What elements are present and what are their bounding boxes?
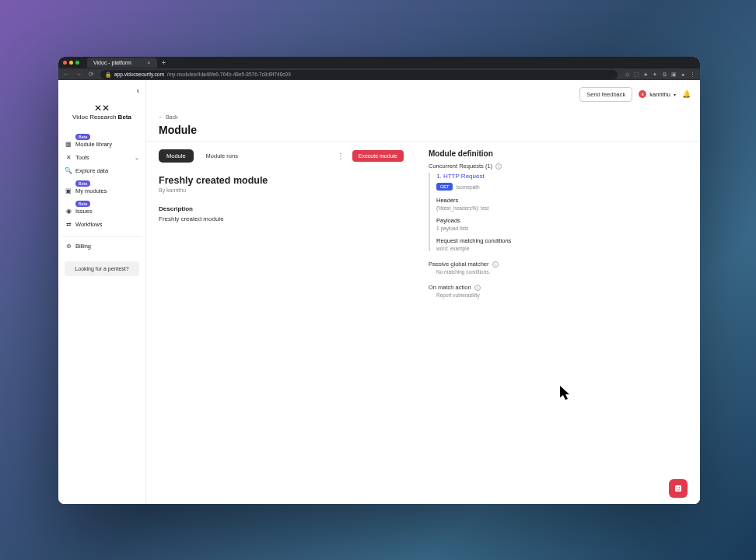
workflows-icon: ⇄ bbox=[65, 221, 72, 228]
url-path: /my-modules/4da46fe6-764b-48e5-8576-7c8d… bbox=[167, 72, 291, 77]
new-tab-button[interactable]: + bbox=[162, 58, 166, 67]
issues-icon: ◉ bbox=[65, 208, 72, 215]
on-match-action-value: Report vulnerability bbox=[436, 292, 688, 298]
pentest-card[interactable]: Looking for a pentest? bbox=[65, 261, 139, 276]
reload-icon[interactable]: ⟳ bbox=[88, 72, 94, 78]
breadcrumb: ← Back bbox=[146, 108, 700, 122]
profile-icon[interactable]: ● bbox=[680, 72, 686, 78]
description-label: Description bbox=[159, 205, 404, 212]
my-modules-icon: ▣ bbox=[65, 187, 72, 194]
browser-address-bar: ← → ⟳ 🔒 app.vidocsecurity.com /my-module… bbox=[58, 68, 700, 80]
user-menu[interactable]: k kannthu ▾ bbox=[639, 90, 676, 98]
lock-icon: 🔒 bbox=[105, 72, 111, 78]
sidebar-item-tools[interactable]: ✕ Tools ⌄ bbox=[61, 152, 142, 163]
module-byline: By kannthu bbox=[159, 187, 404, 193]
ext-icon[interactable]: ✦ bbox=[652, 72, 658, 78]
browser-tab[interactable]: Vidoc - platform × bbox=[87, 58, 157, 68]
payloads-label: Payloads bbox=[436, 217, 688, 224]
svg-rect-0 bbox=[675, 485, 681, 492]
svg-point-1 bbox=[677, 487, 678, 488]
avatar: k bbox=[639, 90, 646, 98]
beta-badge: Beta bbox=[75, 134, 90, 140]
info-icon[interactable]: i bbox=[495, 163, 502, 170]
ext-icon[interactable]: ⧉ bbox=[661, 72, 667, 78]
headers-label: Headers bbox=[436, 197, 688, 204]
sidebar-item-label: Tools bbox=[75, 154, 89, 161]
back-link[interactable]: ← Back bbox=[159, 114, 178, 120]
sidebar-item-module-library[interactable]: Beta ▦ Module library bbox=[61, 131, 142, 150]
execute-module-button[interactable]: Execute module bbox=[352, 150, 404, 162]
module-summary: Module Module runs ⋮ Execute module Fres… bbox=[146, 142, 416, 504]
sidebar: ‹ ✕✕ Vidoc Research Beta Beta ▦ Module l… bbox=[58, 80, 146, 504]
sidebar-item-my-modules[interactable]: Beta ▣ My modules bbox=[61, 178, 142, 197]
minimize-window-icon[interactable] bbox=[69, 61, 73, 65]
close-window-icon[interactable] bbox=[63, 61, 67, 65]
info-icon[interactable]: i bbox=[474, 285, 481, 291]
ext-icon[interactable]: ▣ bbox=[670, 72, 677, 78]
tab-module[interactable]: Module bbox=[159, 149, 194, 163]
app-window: Vidoc - platform × + ← → ⟳ 🔒 app.vidocse… bbox=[58, 57, 700, 504]
module-name: Freshly created module bbox=[159, 175, 404, 186]
search-icon: 🔍 bbox=[65, 167, 72, 174]
nav-list: Beta ▦ Module library ✕ Tools ⌄ 🔍 bbox=[61, 131, 142, 230]
window-controls[interactable] bbox=[63, 61, 79, 65]
chevron-down-icon: ▾ bbox=[674, 92, 676, 97]
menu-icon[interactable]: ⋮ bbox=[689, 72, 695, 78]
intercom-launcher[interactable] bbox=[669, 479, 688, 498]
sidebar-item-label: Explore data bbox=[75, 167, 108, 174]
sidebar-item-label: Workflows bbox=[75, 221, 102, 228]
http-request-title[interactable]: 1. HTTP Request bbox=[436, 173, 688, 180]
ext-icon[interactable]: ★ bbox=[642, 72, 649, 78]
main-area: Send feedback k kannthu ▾ 🔔 ← Back Modul… bbox=[146, 80, 700, 504]
maximize-window-icon[interactable] bbox=[75, 61, 79, 65]
payloads-value: 1 payload lists bbox=[436, 226, 688, 231]
concurrent-requests-label: Concurrent Requests (1) bbox=[429, 163, 492, 170]
forward-icon[interactable]: → bbox=[75, 72, 82, 78]
sidebar-item-workflows[interactable]: ⇄ Workflows bbox=[61, 219, 142, 230]
headers-value: {%test_headers%}: test bbox=[436, 205, 688, 211]
on-match-action-label: On match action bbox=[429, 284, 471, 291]
sidebar-item-label: My modules bbox=[75, 187, 107, 194]
intercom-icon bbox=[674, 484, 683, 493]
sidebar-item-label: Billing bbox=[75, 243, 91, 250]
tabs-row: Module Module runs ⋮ Execute module bbox=[159, 149, 404, 163]
browser-tab-title: Vidoc - platform bbox=[93, 60, 131, 65]
ext-icon[interactable]: ◇ bbox=[624, 72, 630, 78]
beta-badge: Beta bbox=[75, 201, 90, 207]
definition-title: Module definition bbox=[429, 149, 688, 158]
topbar: Send feedback k kannthu ▾ 🔔 bbox=[146, 80, 700, 108]
logo-icon: ✕✕ bbox=[61, 103, 142, 114]
billing-icon: ⊚ bbox=[65, 243, 72, 250]
sidebar-item-issues[interactable]: Beta ◉ Issues bbox=[61, 198, 142, 217]
kebab-menu-icon[interactable]: ⋮ bbox=[334, 152, 348, 160]
back-icon[interactable]: ← bbox=[63, 72, 69, 78]
conditions-label: Request matching conditions bbox=[436, 237, 688, 244]
http-request-block: 1. HTTP Request GET /somepath Headers {%… bbox=[429, 173, 688, 251]
conditions-value: word: example bbox=[436, 246, 688, 251]
sidebar-item-billing[interactable]: ⊚ Billing bbox=[61, 240, 142, 252]
passive-matcher-label: Passive global matcher bbox=[429, 261, 489, 268]
sidebar-item-label: Module library bbox=[75, 141, 112, 148]
tab-module-runs[interactable]: Module runs bbox=[198, 149, 246, 163]
bell-icon[interactable]: 🔔 bbox=[682, 90, 691, 98]
chevron-down-icon: ⌄ bbox=[135, 155, 139, 161]
ext-icon[interactable]: ⬚ bbox=[633, 72, 639, 78]
module-library-icon: ▦ bbox=[65, 141, 72, 148]
pentest-label: Looking for a pentest? bbox=[75, 266, 128, 271]
url-host: app.vidocsecurity.com bbox=[114, 72, 164, 77]
brand-block: ✕✕ Vidoc Research Beta bbox=[61, 100, 142, 128]
collapse-sidebar-icon[interactable]: ‹ bbox=[137, 86, 139, 95]
sidebar-item-explore-data[interactable]: 🔍 Explore data bbox=[61, 165, 142, 177]
info-icon[interactable]: i bbox=[492, 261, 499, 268]
tools-icon: ✕ bbox=[65, 154, 72, 161]
content-card: Module Module runs ⋮ Execute module Fres… bbox=[146, 141, 700, 504]
http-path: /somepath bbox=[456, 184, 479, 190]
app-body: ‹ ✕✕ Vidoc Research Beta Beta ▦ Module l… bbox=[58, 80, 700, 504]
module-definition: Module definition Concurrent Requests (1… bbox=[416, 142, 700, 504]
close-tab-icon[interactable]: × bbox=[147, 59, 151, 66]
page-title: Module bbox=[146, 122, 700, 141]
beta-badge: Beta bbox=[75, 180, 90, 187]
http-method-badge: GET bbox=[436, 183, 453, 191]
send-feedback-button[interactable]: Send feedback bbox=[579, 87, 632, 102]
url-field[interactable]: 🔒 app.vidocsecurity.com /my-modules/4da4… bbox=[100, 70, 618, 79]
